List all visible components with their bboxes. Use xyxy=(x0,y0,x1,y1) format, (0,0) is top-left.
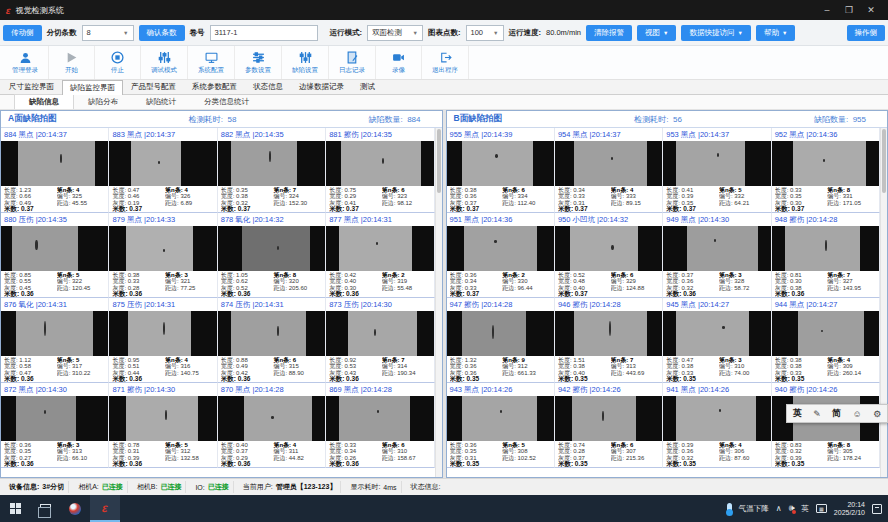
defect-cell[interactable]: 946 擦伤 |20:14:28 长度: 1.51 宽度: 0.38 灰度: 0… xyxy=(555,298,663,383)
defect-cell[interactable]: 883 黑点 |20:14:37 长度: 0.47 宽度: 0.46 灰度: 0… xyxy=(109,128,217,213)
close-button[interactable]: ✕ xyxy=(860,0,882,20)
panel-a-scrollbar[interactable] xyxy=(435,128,442,477)
defect-cell[interactable]: 877 黑点 |20:14:31 长度: 0.42 宽度: 0.40 灰度: 0… xyxy=(326,213,434,298)
maximize-button[interactable]: ❐ xyxy=(838,0,860,20)
clear-alarm-button[interactable]: 清除报警 xyxy=(586,25,632,41)
ime-english-toggle[interactable]: 英 xyxy=(793,407,802,420)
defect-cell[interactable]: 880 压伤 |20:14:35 长度: 0.85 宽度: 0.55 灰度: 0… xyxy=(1,213,109,298)
toolbar-button-exit[interactable]: 退出程序 xyxy=(422,46,469,79)
defect-cell[interactable]: 951 黑点 |20:14:36 长度: 0.36 宽度: 0.34 灰度: 0… xyxy=(447,213,555,298)
strip-count-select[interactable]: 8▼ xyxy=(82,25,134,41)
defect-cell[interactable]: 945 黑点 |20:14:27 长度: 0.47 宽度: 0.38 灰度: 0… xyxy=(663,298,771,383)
help-menu-button[interactable]: 帮助▼ xyxy=(756,25,795,41)
scrollbar-thumb[interactable] xyxy=(882,129,886,193)
toolbar-button-sliders-h[interactable]: 参数设置 xyxy=(235,46,282,79)
defect-image[interactable] xyxy=(1,141,108,186)
defect-cell[interactable]: 874 压伤 |20:14:31 长度: 0.88 宽度: 0.49 灰度: 0… xyxy=(218,298,326,383)
defect-cell[interactable]: 870 黑点 |20:14:28 长度: 0.40 宽度: 0.37 灰度: 0… xyxy=(218,383,326,468)
defect-image[interactable] xyxy=(555,226,662,271)
defect-cell[interactable]: 873 压伤 |20:14:30 长度: 0.92 宽度: 0.53 灰度: 0… xyxy=(326,298,434,383)
defect-image[interactable] xyxy=(663,141,770,186)
defect-cell[interactable]: 949 黑点 |20:14:30 长度: 0.37 宽度: 0.36 灰度: 0… xyxy=(663,213,771,298)
defect-image[interactable] xyxy=(663,396,770,441)
defect-image[interactable] xyxy=(109,311,216,356)
toolbar-button-sliders-v2[interactable]: 缺陷设置 xyxy=(282,46,329,79)
defect-image[interactable] xyxy=(326,311,433,356)
ime-emoji-icon[interactable]: ☺ xyxy=(853,409,862,419)
defect-image[interactable] xyxy=(555,396,662,441)
tray-expand-chevron[interactable]: ∧ xyxy=(776,504,782,513)
taskbar-clock[interactable]: 20:14 2025/2/10 xyxy=(834,501,865,517)
defect-image[interactable] xyxy=(326,141,433,186)
taskbar-app-browser[interactable] xyxy=(60,495,90,522)
toolbar-button-log[interactable]: 日志记录 xyxy=(329,46,376,79)
defect-cell[interactable]: 878 氧化 |20:14:32 长度: 1.05 宽度: 0.62 灰度: 0… xyxy=(218,213,326,298)
panel-b-scrollbar[interactable] xyxy=(880,128,887,477)
toolbar-button-camera[interactable]: 录像 xyxy=(376,46,422,79)
toolbar-button-sliders-v[interactable]: 调试模式 xyxy=(141,46,188,79)
touch-keyboard-icon[interactable]: ▦ xyxy=(816,504,827,513)
defect-image[interactable] xyxy=(447,311,554,356)
defect-image[interactable] xyxy=(447,141,554,186)
tab-3[interactable]: 系统参数配置 xyxy=(184,79,245,94)
defect-cell[interactable]: 881 擦伤 |20:14:35 长度: 0.75 宽度: 0.29 灰度: 0… xyxy=(326,128,434,213)
minimize-button[interactable]: – xyxy=(816,0,838,20)
tab-6[interactable]: 测试 xyxy=(352,79,383,94)
action-center-icon[interactable] xyxy=(872,504,882,514)
defect-cell[interactable]: 947 擦伤 |20:14:28 长度: 1.32 宽度: 0.36 灰度: 0… xyxy=(447,298,555,383)
tab-4[interactable]: 状态信息 xyxy=(245,79,291,94)
defect-cell[interactable]: 952 黑点 |20:14:36 长度: 0.33 宽度: 0.35 灰度: 0… xyxy=(772,128,880,213)
data-shortcut-menu-button[interactable]: 数据快捷访问▼ xyxy=(681,25,750,41)
tab-0[interactable]: 尺寸监控界面 xyxy=(1,79,62,94)
defect-image[interactable] xyxy=(447,396,554,441)
operator-side-button[interactable]: 操作侧 xyxy=(847,25,886,41)
roll-number-input[interactable]: 3117-1 xyxy=(210,25,318,41)
task-view-button[interactable] xyxy=(30,495,60,522)
defect-image[interactable] xyxy=(326,396,433,441)
tab-2[interactable]: 产品型号配置 xyxy=(123,79,184,94)
toolbar-button-stop[interactable]: 停止 xyxy=(95,46,141,79)
defect-cell[interactable]: 872 黑点 |20:14:30 长度: 0.36 宽度: 0.35 灰度: 0… xyxy=(1,383,109,468)
defect-image[interactable] xyxy=(326,226,433,271)
defect-cell[interactable]: 953 黑点 |20:14:37 长度: 0.41 宽度: 0.39 灰度: 0… xyxy=(663,128,771,213)
defect-cell[interactable]: 869 黑点 |20:14:28 长度: 0.33 宽度: 0.34 灰度: 0… xyxy=(326,383,434,468)
defect-cell[interactable]: 875 压伤 |20:14:31 长度: 0.95 宽度: 0.51 灰度: 0… xyxy=(109,298,217,383)
defect-image[interactable] xyxy=(772,311,879,356)
defect-cell[interactable]: 943 黑点 |20:14:26 长度: 0.36 宽度: 0.35 灰度: 0… xyxy=(447,383,555,468)
defect-image[interactable] xyxy=(1,311,108,356)
ime-settings-gear-icon[interactable]: ⚙ xyxy=(873,409,881,419)
weather-text[interactable]: 气温下降 xyxy=(739,504,769,514)
ime-pen-icon[interactable]: ✎ xyxy=(813,409,821,419)
defect-image[interactable] xyxy=(447,226,554,271)
defect-image[interactable] xyxy=(1,226,108,271)
defect-image[interactable] xyxy=(1,396,108,441)
defect-cell[interactable]: 950 小凹坑 |20:14:32 长度: 0.52 宽度: 0.48 灰度: … xyxy=(555,213,663,298)
defect-cell[interactable]: 940 擦伤 |20:14:26 长度: 0.83 宽度: 0.32 灰度: 0… xyxy=(772,383,880,468)
defect-image[interactable] xyxy=(555,141,662,186)
toolbar-button-monitor[interactable]: 系统配置 xyxy=(188,46,235,79)
weather-thermometer-icon[interactable] xyxy=(727,503,732,515)
ime-simplified-toggle[interactable]: 简 xyxy=(832,407,841,420)
subtab-0[interactable]: 缺陷信息 xyxy=(14,94,74,109)
defect-cell[interactable]: 882 黑点 |20:14:35 长度: 0.35 宽度: 0.38 灰度: 0… xyxy=(218,128,326,213)
run-mode-select[interactable]: 双面检测▼ xyxy=(367,25,423,41)
view-menu-button[interactable]: 视图▼ xyxy=(637,25,676,41)
start-button[interactable] xyxy=(0,495,30,522)
subtab-2[interactable]: 缺陷统计 xyxy=(132,95,190,109)
defect-image[interactable] xyxy=(109,141,216,186)
defect-cell[interactable]: 954 黑点 |20:14:37 长度: 0.34 宽度: 0.33 灰度: 0… xyxy=(555,128,663,213)
defect-image[interactable] xyxy=(218,311,325,356)
subtab-1[interactable]: 缺陷分布 xyxy=(74,95,132,109)
defect-cell[interactable]: 884 黑点 |20:14:37 长度: 1.23 宽度: 0.66 灰度: 0… xyxy=(1,128,109,213)
defect-cell[interactable]: 944 黑点 |20:14:27 长度: 0.38 宽度: 0.38 灰度: 0… xyxy=(772,298,880,383)
defect-image[interactable] xyxy=(218,141,325,186)
toolbar-button-user[interactable]: 管理登录 xyxy=(2,46,49,79)
drive-side-button[interactable]: 传动侧 xyxy=(3,25,42,41)
subtab-3[interactable]: 分类信息统计 xyxy=(190,95,263,109)
defect-image[interactable] xyxy=(218,396,325,441)
tab-5[interactable]: 边缘数据记录 xyxy=(291,79,352,94)
taskbar-app-inspection[interactable]: ε xyxy=(90,495,120,522)
defect-image[interactable] xyxy=(218,226,325,271)
language-indicator[interactable]: 英 xyxy=(801,504,809,514)
defect-image[interactable] xyxy=(663,226,770,271)
